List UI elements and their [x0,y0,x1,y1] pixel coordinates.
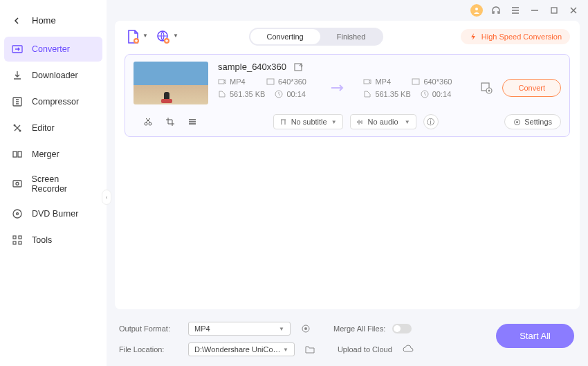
clock-icon [275,90,283,98]
sidebar-item-label: DVD Burner [32,209,78,219]
merge-toggle[interactable] [392,324,412,333]
output-settings-icon[interactable] [480,82,493,94]
svg-rect-5 [18,152,21,157]
file-location-label: File Location: [119,345,181,354]
upload-label: Upload to Cloud [338,345,392,354]
sidebar-item-label: Screen Recorder [32,174,95,194]
sidebar-item-editor[interactable]: Editor [4,116,102,140]
output-format-dropdown[interactable]: MP4▼ [188,322,291,336]
svg-rect-23 [364,80,369,84]
sidebar-item-label: Compressor [32,97,79,107]
chevron-down-icon: ▼ [279,326,284,332]
sidebar-item-tools[interactable]: Tools [4,228,102,253]
svg-rect-21 [267,79,274,84]
file-name: sample_640x360 [218,62,286,72]
converter-icon [11,43,24,55]
svg-point-34 [304,327,307,330]
chevron-down-icon: ▼ [143,33,148,39]
content-card: ▼ ▼ Converting Finished High Speed Conve… [115,21,580,309]
add-url-button[interactable]: ▼ [155,28,172,45]
file-location-dropdown[interactable]: D:\Wondershare UniConverter 1▼ [188,342,295,356]
minimize-icon[interactable] [529,4,541,17]
tab-finished[interactable]: Finished [320,29,383,44]
compressor-icon [11,95,24,108]
svg-rect-13 [19,241,21,244]
home-label: Home [32,15,56,26]
svg-rect-6 [13,181,21,187]
svg-point-8 [13,210,21,218]
convert-button[interactable]: Convert [502,79,561,97]
home-back-button[interactable]: Home [0,7,107,35]
editor-icon [11,122,24,134]
file-card: sample_640x360 MP4 640*360 561.35 KB 00:… [125,54,570,137]
trim-icon[interactable] [143,117,153,127]
sidebar-item-converter[interactable]: Converter [4,37,102,62]
video-thumbnail[interactable] [134,62,208,104]
close-icon[interactable] [567,4,580,17]
sidebar-item-label: Downloader [32,71,78,80]
chevron-down-icon: ▼ [283,347,288,353]
maximize-icon[interactable] [548,4,560,17]
sidebar-item-downloader[interactable]: Downloader [4,63,102,88]
tabs: Converting Finished [249,28,384,46]
svg-point-2 [14,125,16,127]
tools-icon [11,234,24,246]
headset-icon[interactable] [490,4,502,17]
video-icon [218,77,226,86]
main-area: ▼ ▼ Converting Finished High Speed Conve… [107,0,588,366]
speed-badge-label: High Speed Conversion [481,33,562,41]
resolution-icon [412,77,420,86]
svg-rect-4 [13,152,17,157]
crop-icon[interactable] [165,117,175,127]
svg-point-3 [19,130,21,132]
sidebar-item-label: Tools [32,235,52,245]
merger-icon [11,148,24,161]
sidebar-collapse-handle[interactable]: ‹ [102,190,111,205]
chevron-down-icon: ▼ [173,33,178,39]
output-gear-icon[interactable] [300,323,311,334]
chevron-left-icon [14,17,21,24]
svg-point-28 [488,90,490,92]
gear-icon [513,118,521,126]
titlebar [107,0,588,21]
sidebar-item-label: Merger [32,149,59,159]
subtitle-dropdown[interactable]: No subtitle ▼ [273,114,343,129]
svg-point-32 [516,121,518,123]
svg-rect-10 [13,236,16,239]
audio-icon [356,118,364,126]
high-speed-badge[interactable]: High Speed Conversion [461,29,570,44]
avatar[interactable] [470,4,483,17]
svg-rect-20 [219,80,224,84]
dvd-burner-icon [11,208,24,220]
svg-rect-12 [13,241,16,244]
cloud-icon[interactable] [402,344,413,355]
svg-point-14 [475,8,478,10]
info-button[interactable]: ⓘ [423,114,439,129]
audio-dropdown[interactable]: No audio ▼ [350,114,416,129]
arrow-right-icon [330,82,347,93]
sidebar-item-merger[interactable]: Merger [4,142,102,167]
menu-icon[interactable] [509,4,522,17]
chevron-down-icon: ▼ [331,119,337,125]
resolution-icon [266,77,275,86]
add-file-button[interactable]: ▼ [125,28,141,45]
sidebar-item-screen-recorder[interactable]: Screen Recorder [4,168,102,200]
open-folder-icon[interactable] [304,344,315,355]
more-icon[interactable] [187,117,197,127]
svg-rect-11 [19,236,21,239]
tab-converting[interactable]: Converting [250,29,320,44]
sidebar-item-dvd-burner[interactable]: DVD Burner [4,201,102,226]
clock-icon [421,90,429,98]
edit-icon[interactable] [293,62,303,72]
sidebar-item-compressor[interactable]: Compressor [4,89,102,114]
size-icon [363,90,371,98]
start-all-button[interactable]: Start All [496,324,574,348]
merge-label: Merge All Files: [333,324,385,333]
size-icon [218,90,226,98]
svg-point-7 [16,183,19,185]
settings-button[interactable]: Settings [504,114,561,129]
svg-point-29 [145,122,147,125]
sidebar-item-label: Editor [32,123,55,133]
sidebar: Home Converter Downloader Compressor Edi… [0,0,107,366]
chevron-down-icon: ▼ [405,119,410,125]
